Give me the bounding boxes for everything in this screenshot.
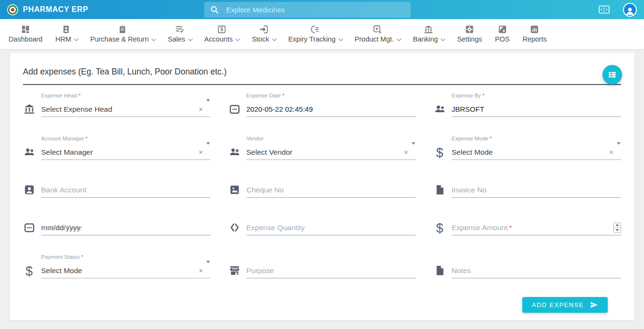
pos-icon xyxy=(498,25,507,33)
spinner-up-icon[interactable] xyxy=(614,223,621,228)
field-expense-amount: $ Expense Amount* xyxy=(433,216,621,235)
number-spinner[interactable] xyxy=(613,223,621,233)
file-icon xyxy=(433,265,446,276)
users-icon xyxy=(433,104,446,115)
product-mgt-icon xyxy=(373,25,381,33)
clear-icon[interactable]: × xyxy=(199,267,203,274)
add-expense-form: Expense Head* Select Expense Head × Expe… xyxy=(10,85,634,320)
account-manager-select[interactable]: Select Manager × xyxy=(41,145,211,160)
field-label: Account Manager xyxy=(41,136,84,141)
chevron-down-icon xyxy=(397,36,401,41)
required-marker: * xyxy=(282,93,284,98)
nav-item-accounts[interactable]: Accounts xyxy=(204,25,239,43)
nav-item-dashboard[interactable]: Dashboard xyxy=(9,25,42,43)
clear-icon[interactable]: × xyxy=(199,106,203,113)
input-placeholder: Notes xyxy=(452,266,471,275)
chevron-down-icon xyxy=(338,36,343,41)
fullscreen-icon[interactable] xyxy=(599,5,610,14)
expense-date-input[interactable]: 2020-05-22 02:45:49 xyxy=(246,102,416,117)
clear-icon[interactable]: × xyxy=(609,149,613,156)
medicine-searchbox[interactable] xyxy=(204,2,411,18)
expense-by-input[interactable]: JBRSOFT xyxy=(452,102,621,117)
topbar-right xyxy=(599,3,637,17)
caret-down-icon xyxy=(412,142,415,145)
chevron-down-icon xyxy=(74,36,79,41)
selected-value: Select Mode xyxy=(452,148,493,157)
nav-item-banking[interactable]: Banking xyxy=(413,25,444,43)
field-expense-head: Expense Head* Select Expense Head × xyxy=(23,93,211,117)
add-expense-label: ADD EXPENSE xyxy=(532,301,584,308)
chevron-down-icon xyxy=(272,36,277,41)
selected-value: Select Manager xyxy=(41,148,93,157)
dollar-icon: $ xyxy=(23,266,35,277)
field-label: Expense Head xyxy=(41,93,77,98)
clear-icon[interactable]: × xyxy=(199,149,203,156)
user-avatar[interactable] xyxy=(623,3,637,17)
nav-item-expiry-tracking[interactable]: Expiry Tracking xyxy=(288,25,342,43)
nav-item-stock[interactable]: Stock xyxy=(252,25,275,43)
required-marker: * xyxy=(81,254,83,260)
image-icon xyxy=(228,184,241,195)
table-list-icon xyxy=(608,71,616,79)
person-card-icon xyxy=(23,184,35,195)
bar-chart-icon xyxy=(530,25,538,33)
field-invoice-date: Invoice Date mm/dd/yyyy xyxy=(23,216,211,235)
bank-icon xyxy=(23,104,35,115)
top-header: PHARMACY ERP xyxy=(0,0,644,19)
expense-quantity-input[interactable]: Expense Quantity xyxy=(246,220,416,235)
notes-input[interactable]: Notes xyxy=(452,263,621,278)
purpose-input[interactable]: Purpose xyxy=(246,263,416,278)
nav-item-pos[interactable]: POS xyxy=(495,25,510,43)
expense-mode-select[interactable]: Select Mode × xyxy=(452,145,621,160)
field-expense-mode: $ Expense Mode* Select Mode × xyxy=(433,136,621,160)
dashboard-icon xyxy=(21,25,30,33)
field-label: Expense Mode xyxy=(452,136,488,141)
content-area: Add expenses (Eg. Tea Bill, Lunch, Poor … xyxy=(0,50,644,329)
app-logo-icon xyxy=(7,4,19,16)
search-input[interactable] xyxy=(226,6,404,14)
caret-down-icon xyxy=(206,99,210,102)
field-expense-by: Expense By* JBRSOFT xyxy=(433,93,621,117)
field-invoice-no: Invoice No xyxy=(433,179,621,198)
invoice-no-input[interactable]: Invoice No xyxy=(452,182,621,198)
invoice-date-input[interactable]: Invoice Date mm/dd/yyyy xyxy=(41,220,211,235)
search-icon xyxy=(211,6,219,14)
expense-amount-input[interactable]: Expense Amount* xyxy=(452,220,621,235)
field-label: Expense Date xyxy=(246,93,281,98)
expense-head-select[interactable]: Select Expense Head × xyxy=(41,102,211,117)
chevron-down-icon xyxy=(188,36,193,41)
expense-list-button[interactable] xyxy=(602,65,622,85)
field-bank-account: Bank Account xyxy=(23,179,211,198)
add-expense-card: Add expenses (Eg. Tea Bill, Lunch, Poor … xyxy=(10,53,634,320)
vendor-select[interactable]: Select Vendor × xyxy=(246,145,416,160)
form-row-4: Invoice Date mm/dd/yyyy Expense Quantity xyxy=(23,216,621,235)
calendar-icon xyxy=(228,104,241,115)
input-placeholder: Cheque No xyxy=(246,186,284,194)
nav-item-hrm[interactable]: HRM xyxy=(55,25,77,43)
required-marker: * xyxy=(78,93,80,98)
selected-value: Select Vendor xyxy=(246,148,293,157)
nav-item-product-mgt[interactable]: Product Mgt. xyxy=(355,25,400,43)
input-value: JBRSOFT xyxy=(452,105,484,113)
add-expense-button[interactable]: ADD EXPENSE xyxy=(522,297,608,313)
bank-account-input[interactable]: Bank Account xyxy=(41,182,211,198)
nav-item-settings[interactable]: Settings xyxy=(457,25,482,43)
gear-icon xyxy=(465,25,474,33)
nav-item-purchase-return[interactable]: Purchase & Return xyxy=(90,25,155,43)
input-placeholder: Purpose xyxy=(246,266,274,275)
nav-item-sales[interactable]: Sales xyxy=(168,25,191,43)
nav-item-reports[interactable]: Reports xyxy=(522,25,547,43)
spinner-down-icon[interactable] xyxy=(614,228,621,233)
dollar-icon: $ xyxy=(433,223,446,234)
caret-down-icon xyxy=(206,261,210,263)
payment-status-select[interactable]: Select Mode × xyxy=(41,263,211,278)
clear-icon[interactable]: × xyxy=(404,149,408,156)
main-nav: Dashboard HRM Purchase & Return Sales Ac… xyxy=(0,19,644,50)
dollar-square-icon xyxy=(218,25,226,33)
id-badge-icon xyxy=(62,25,70,33)
required-marker: * xyxy=(509,223,512,232)
caret-down-icon xyxy=(617,142,621,145)
card-header: Add expenses (Eg. Tea Bill, Lunch, Poor … xyxy=(10,53,634,85)
cheque-no-input[interactable]: Cheque No xyxy=(246,182,416,198)
date-format-placeholder: mm/dd/yyyy xyxy=(41,223,81,232)
